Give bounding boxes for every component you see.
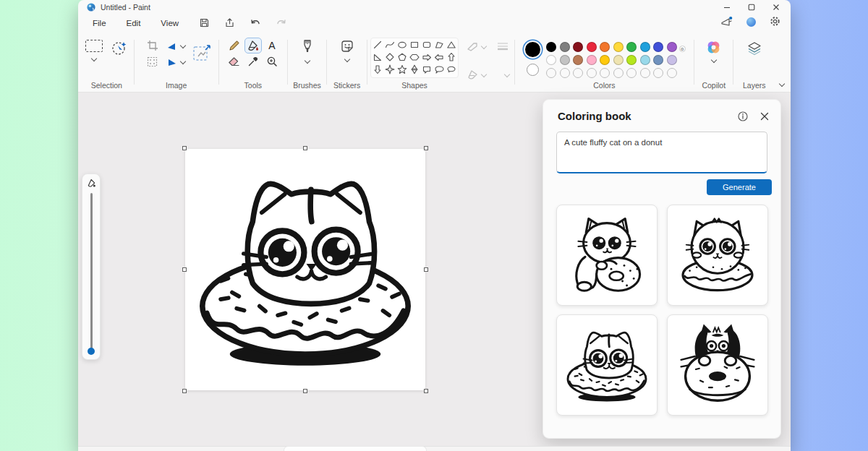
palette-swatch-empty[interactable] — [653, 68, 663, 78]
palette-swatch[interactable] — [560, 42, 570, 52]
selection-handle-ne[interactable] — [424, 146, 428, 150]
crop-icon[interactable] — [144, 38, 161, 53]
shape-speech-bubble-icon[interactable] — [421, 64, 433, 76]
palette-swatch[interactable] — [613, 55, 624, 65]
thumbnail-card-1[interactable] — [556, 205, 658, 306]
palette-swatch[interactable] — [640, 42, 650, 52]
magnifier-icon[interactable] — [263, 53, 281, 69]
shape-up-arrow-icon[interactable] — [446, 51, 458, 64]
settings-gear-icon[interactable] — [770, 16, 780, 30]
color2-swatch[interactable] — [527, 64, 539, 76]
palette-swatch[interactable] — [653, 42, 663, 52]
shape-line-icon[interactable] — [372, 39, 384, 51]
account-globe-icon[interactable] — [746, 17, 756, 30]
shape-outline-icon[interactable] — [467, 41, 479, 51]
palette-swatch-empty[interactable] — [546, 68, 556, 78]
eraser-icon[interactable] — [226, 53, 243, 69]
shape-pentagon-icon[interactable] — [396, 51, 409, 64]
shape-rectangle-icon[interactable] — [409, 39, 421, 51]
prompt-input[interactable]: A cute fluffy cat on a donut — [556, 132, 767, 173]
palette-swatch-empty[interactable] — [560, 68, 570, 78]
palette-swatch[interactable] — [573, 55, 583, 65]
info-icon[interactable] — [738, 111, 748, 121]
palette-swatch-empty[interactable] — [626, 68, 637, 78]
minimize-button[interactable] — [723, 3, 731, 12]
palette-swatch-empty[interactable] — [573, 68, 583, 78]
shape-thickness-icon[interactable] — [496, 41, 509, 51]
slider-thumb[interactable] — [88, 348, 95, 355]
shape-left-arrow-icon[interactable] — [433, 51, 446, 64]
shape-triangle-icon[interactable] — [446, 39, 458, 51]
shape-thought-bubble-icon[interactable] — [446, 64, 458, 76]
palette-swatch[interactable] — [626, 55, 637, 65]
palette-swatch[interactable] — [587, 42, 597, 52]
panel-close-icon[interactable] — [760, 112, 769, 121]
palette-swatch-empty[interactable] — [613, 68, 624, 78]
shape-diamond-icon[interactable] — [384, 51, 396, 64]
selection-handle-s[interactable] — [303, 389, 307, 393]
shape-rounded-rectangle-icon[interactable] — [421, 39, 433, 51]
color1-swatch[interactable] — [525, 42, 540, 57]
palette-swatch-empty[interactable] — [667, 68, 677, 78]
shape-right-arrow-icon[interactable] — [421, 51, 433, 64]
selection-handle-nw[interactable] — [182, 146, 187, 150]
generate-button[interactable]: Generate — [707, 179, 772, 195]
menu-view[interactable]: View — [150, 16, 189, 30]
close-button[interactable] — [772, 3, 780, 12]
palette-swatch-empty[interactable] — [600, 68, 610, 78]
palette-swatch[interactable] — [613, 42, 624, 52]
shape-six-point-star-icon[interactable] — [409, 64, 421, 76]
rotate-icon[interactable] — [164, 38, 189, 53]
shape-curve-icon[interactable] — [384, 39, 396, 51]
shape-five-point-star-icon[interactable] — [396, 64, 409, 76]
shape-oval-icon[interactable] — [396, 39, 409, 51]
selection-handle-sw[interactable] — [182, 389, 187, 393]
thumbnail-card-3[interactable] — [556, 314, 658, 416]
thumbnail-card-4[interactable] — [667, 314, 768, 416]
eyedropper-icon[interactable] — [244, 53, 262, 69]
shape-polygon-icon[interactable] — [433, 39, 446, 51]
palette-swatch[interactable] — [587, 55, 597, 65]
palette-swatch[interactable] — [640, 55, 650, 65]
palette-swatch[interactable] — [560, 55, 570, 65]
palette-swatch[interactable] — [600, 55, 610, 65]
pencil-icon[interactable] — [226, 38, 243, 53]
resize-pattern-icon[interactable] — [144, 53, 161, 69]
maximize-button[interactable] — [747, 3, 756, 12]
brushes-chevron[interactable] — [304, 58, 310, 64]
stickers-chevron[interactable] — [344, 56, 349, 62]
copilot-icon[interactable] — [706, 40, 721, 55]
palette-swatch[interactable] — [546, 55, 556, 65]
shape-four-point-star-icon[interactable] — [384, 64, 396, 76]
ribbon-collapse-chevron[interactable] — [779, 81, 785, 87]
feedback-icon[interactable] — [720, 16, 733, 30]
save-icon[interactable] — [199, 17, 210, 28]
selection-handle-se[interactable] — [424, 389, 428, 393]
palette-swatch[interactable] — [667, 42, 677, 52]
copilot-chevron[interactable] — [710, 57, 716, 63]
menu-edit[interactable]: Edit — [116, 16, 151, 30]
selection-dropdown-chevron[interactable] — [91, 56, 97, 61]
menu-file[interactable]: File — [82, 16, 116, 30]
palette-swatch-empty[interactable] — [640, 68, 650, 78]
undo-icon[interactable] — [250, 18, 261, 28]
shape-down-arrow-icon[interactable] — [372, 64, 384, 76]
text-tool-icon[interactable]: A — [263, 38, 281, 53]
selection-handle-n[interactable] — [303, 146, 307, 150]
shape-partial-2-icon[interactable] — [384, 76, 396, 78]
shape-oval-speech-icon[interactable] — [433, 64, 446, 76]
palette-swatch[interactable] — [653, 55, 663, 65]
palette-swatch[interactable] — [667, 55, 677, 65]
shape-partial-1-icon[interactable] — [372, 76, 384, 78]
shape-fill-icon[interactable] — [467, 69, 479, 80]
thumbnail-card-2[interactable] — [667, 205, 768, 306]
palette-swatch[interactable] — [626, 42, 637, 52]
rectangle-select-icon[interactable] — [85, 40, 103, 52]
shape-hexagon-icon[interactable] — [409, 51, 421, 64]
image-resize-icon[interactable] — [192, 44, 211, 63]
selection-handle-w[interactable] — [182, 267, 187, 272]
layers-icon[interactable] — [746, 40, 762, 56]
flip-icon[interactable] — [164, 53, 189, 69]
ai-select-icon[interactable] — [111, 40, 127, 56]
shape-right-triangle-icon[interactable] — [372, 51, 384, 64]
